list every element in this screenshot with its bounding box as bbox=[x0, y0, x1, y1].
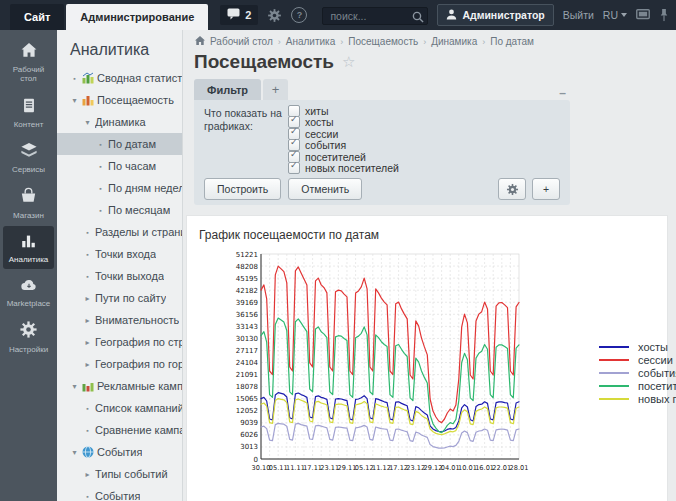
svg-text:30.10: 30.10 bbox=[252, 464, 271, 472]
filter-settings-button[interactable] bbox=[498, 178, 526, 200]
breadcrumb-home-icon[interactable] bbox=[195, 36, 205, 47]
menu-item-10[interactable]: ▸Пути по сайту bbox=[57, 287, 182, 309]
svg-text:05.11: 05.11 bbox=[269, 464, 288, 472]
tab-site[interactable]: Сайт bbox=[10, 4, 64, 30]
menu-item-3[interactable]: ▪По датам bbox=[57, 133, 182, 155]
breadcrumb-item-3[interactable]: Динамика bbox=[431, 36, 477, 47]
menu-item-5[interactable]: ▪По дням недели bbox=[57, 177, 182, 199]
menu-item-18[interactable]: ▸Типы событий bbox=[57, 463, 182, 485]
analytics-icon bbox=[19, 232, 38, 255]
menu-item-1[interactable]: ▾Посещаемость bbox=[57, 89, 182, 111]
checkbox-5[interactable] bbox=[288, 162, 300, 174]
square-marker-icon: ▪ bbox=[83, 273, 92, 280]
filter-tab[interactable]: Фильтр bbox=[194, 79, 261, 100]
filter-option-3[interactable]: события bbox=[288, 140, 399, 152]
search-icon[interactable] bbox=[412, 9, 424, 27]
legend-swatch bbox=[599, 359, 629, 361]
monitor-icon[interactable] bbox=[636, 9, 650, 21]
menu-item-8[interactable]: ▪Точки входа bbox=[57, 243, 182, 265]
breadcrumb-item-0[interactable]: Рабочий стол bbox=[210, 36, 273, 47]
menu-item-label: Пути по сайту bbox=[95, 292, 166, 304]
filter-option-0[interactable]: хиты bbox=[288, 105, 399, 117]
tab-site-label: Сайт bbox=[24, 11, 50, 23]
breadcrumb-item-2[interactable]: Посещаемость bbox=[348, 36, 418, 47]
menu-item-0[interactable]: ▪Сводная статистика bbox=[57, 67, 182, 89]
gear-icon bbox=[19, 320, 38, 344]
menu-item-label: Динамика bbox=[95, 116, 146, 128]
add-filter-tab[interactable]: + bbox=[263, 79, 288, 100]
user-button[interactable]: Администратор bbox=[437, 4, 553, 26]
settings-gear-icon[interactable] bbox=[267, 8, 282, 23]
menu-item-16[interactable]: ▪Сравнение кампаний bbox=[57, 419, 182, 441]
svg-text:3013: 3013 bbox=[240, 443, 258, 451]
legend-swatch bbox=[599, 372, 629, 374]
menu-item-label: Список кампаний bbox=[95, 402, 182, 414]
cancel-button[interactable]: Отменить bbox=[288, 178, 362, 200]
notifications-button[interactable]: 2 bbox=[220, 5, 258, 25]
filter-option-1[interactable]: хосты bbox=[288, 117, 399, 129]
breadcrumb-separator: › bbox=[482, 37, 485, 47]
menu-item-label: Рекламные кампании bbox=[97, 380, 182, 392]
menu-item-6[interactable]: ▪По месяцам bbox=[57, 199, 182, 221]
filter-option-4[interactable]: посетителей bbox=[288, 151, 399, 163]
menu-item-4[interactable]: ▪По часам bbox=[57, 155, 182, 177]
build-button[interactable]: Построить bbox=[204, 178, 281, 200]
language-selector[interactable]: RU bbox=[603, 9, 627, 21]
rail-item-1[interactable]: Контент bbox=[3, 90, 54, 134]
menu-item-11[interactable]: ▸Внимательность bbox=[57, 309, 182, 331]
pin-icon[interactable] bbox=[659, 8, 669, 22]
sidebar-menu: Аналитика ▪Сводная статистика▾Посещаемос… bbox=[57, 30, 183, 501]
menu-item-2[interactable]: ▾Динамика bbox=[57, 111, 182, 133]
filter-option-label: новых посетителей bbox=[305, 162, 399, 174]
legend-item-3: посетителей bbox=[599, 379, 676, 392]
rail-item-label: Магазин bbox=[13, 211, 44, 220]
breadcrumb-item-1[interactable]: Аналитика bbox=[286, 36, 336, 47]
filter-body: Что показать на графиках: хитыхостысесси… bbox=[194, 100, 570, 205]
menu-item-label: География по странам bbox=[95, 336, 182, 348]
menu-item-9[interactable]: ▪Точки выхода bbox=[57, 265, 182, 287]
svg-text:39169: 39169 bbox=[236, 299, 258, 307]
legend-item-4: новых посетителей bbox=[599, 392, 676, 405]
breadcrumb-item-4[interactable]: По датам bbox=[490, 36, 534, 47]
menu-item-7[interactable]: ▪Разделы и страницы bbox=[57, 221, 182, 243]
right-marker-icon: ▸ bbox=[83, 316, 92, 325]
filter-option-5[interactable]: новых посетителей bbox=[288, 163, 399, 175]
visits-chart-svg: 0301360269039120521506518078210912410427… bbox=[221, 248, 561, 483]
rail-item-4[interactable]: Аналитика bbox=[3, 226, 54, 269]
menu-item-label: По часам bbox=[108, 160, 156, 172]
menu-item-12[interactable]: ▸География по странам bbox=[57, 331, 182, 353]
down-marker-icon: ▾ bbox=[70, 448, 79, 457]
filter-option-2[interactable]: сессии bbox=[288, 128, 399, 140]
collapse-filter-icon[interactable]: – bbox=[555, 86, 570, 100]
filter-add-button[interactable]: + bbox=[532, 178, 560, 200]
svg-text:05.12: 05.12 bbox=[355, 464, 374, 472]
right-marker-icon: ▸ bbox=[83, 360, 92, 369]
notification-count: 2 bbox=[245, 9, 251, 21]
filter-options: хитыхостысессиисобытияпосетителейновых п… bbox=[288, 105, 399, 174]
legend-item-0: хосты bbox=[599, 340, 676, 353]
svg-text:23.12: 23.12 bbox=[406, 464, 425, 472]
logout-link[interactable]: Выйти bbox=[563, 9, 594, 21]
rail-item-3[interactable]: Магазин bbox=[3, 180, 54, 224]
menu-item-14[interactable]: ▾Рекламные кампании bbox=[57, 375, 182, 397]
right-marker-icon: ▸ bbox=[83, 338, 92, 347]
rail-item-6[interactable]: Настройки bbox=[3, 314, 54, 358]
tab-admin[interactable]: Администрирование bbox=[66, 4, 208, 30]
menu-item-17[interactable]: ▾События bbox=[57, 441, 182, 463]
rail-item-2[interactable]: Сервисы bbox=[3, 135, 54, 179]
svg-text:27117: 27117 bbox=[236, 347, 258, 355]
menu-item-label: Точки входа bbox=[95, 248, 156, 260]
svg-text:23.11: 23.11 bbox=[320, 464, 339, 472]
chat-bubble-icon bbox=[227, 8, 240, 22]
breadcrumb: Рабочий стол›Аналитика›Посещаемость›Дина… bbox=[183, 30, 676, 47]
help-icon[interactable] bbox=[291, 7, 307, 23]
rail-item-5[interactable]: Marketplace bbox=[3, 270, 54, 313]
menu-item-label: Сводная статистика bbox=[97, 72, 182, 84]
menu-item-15[interactable]: ▪Список кампаний bbox=[57, 397, 182, 419]
menu-item-19[interactable]: ▪События bbox=[57, 485, 182, 501]
favorite-star-icon[interactable]: ☆ bbox=[342, 53, 355, 71]
menu-item-13[interactable]: ▸География по городам bbox=[57, 353, 182, 375]
rail-item-0[interactable]: Рабочий стол bbox=[3, 35, 54, 89]
square-marker-icon: ▪ bbox=[96, 141, 105, 148]
filter-option-label: сессии bbox=[305, 128, 338, 140]
